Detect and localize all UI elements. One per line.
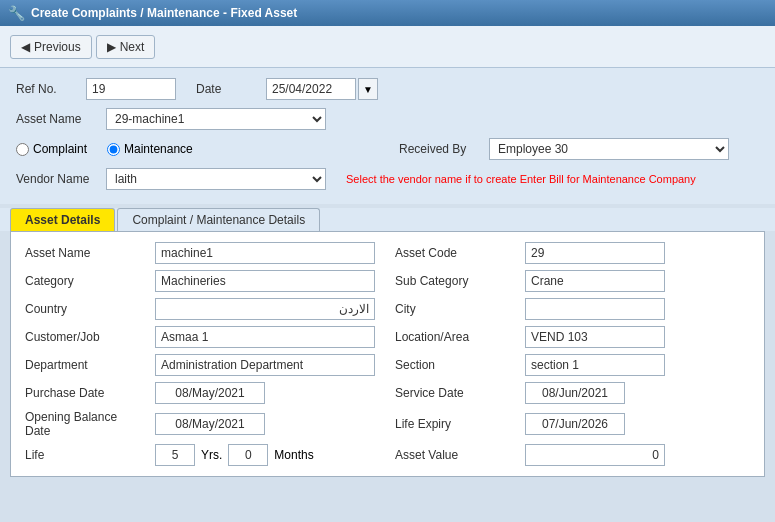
form-area: Ref No. Date ▼ Asset Name 29-machine1 Co…: [0, 68, 775, 204]
customer-job-label: Customer/Job: [25, 330, 145, 344]
asset-value-label: Asset Value: [395, 448, 515, 462]
asset-code-field[interactable]: [525, 242, 665, 264]
complaint-radio-label[interactable]: Complaint: [16, 142, 87, 156]
previous-label: Previous: [34, 40, 81, 54]
complaint-radio[interactable]: [16, 143, 29, 156]
next-button[interactable]: ▶ Next: [96, 35, 156, 59]
vendor-row: Vendor Name laith Select the vendor name…: [16, 168, 759, 190]
customer-job-field[interactable]: [155, 326, 375, 348]
life-expiry-label: Life Expiry: [395, 417, 515, 431]
city-label: City: [395, 302, 515, 316]
asset-name-row: Asset Name 29-machine1: [16, 108, 759, 130]
maintenance-radio[interactable]: [107, 143, 120, 156]
asset-code-label: Asset Code: [395, 246, 515, 260]
location-area-field[interactable]: [525, 326, 665, 348]
date-wrapper: ▼: [266, 78, 378, 100]
category-label: Category: [25, 274, 145, 288]
country-label: Country: [25, 302, 145, 316]
maintenance-radio-label[interactable]: Maintenance: [107, 142, 193, 156]
date-input[interactable]: [266, 78, 356, 100]
date-label: Date: [196, 82, 256, 96]
tab-asset-details-label: Asset Details: [25, 213, 100, 227]
life-months-label: Months: [274, 448, 313, 462]
sub-category-field[interactable]: [525, 270, 665, 292]
sub-category-label: Sub Category: [395, 274, 515, 288]
city-field[interactable]: [525, 298, 665, 320]
toolbar: ◀ Previous ▶ Next: [0, 26, 775, 68]
calendar-button[interactable]: ▼: [358, 78, 378, 100]
asset-name-field[interactable]: [155, 242, 375, 264]
life-label: Life: [25, 448, 145, 462]
asset-name-select[interactable]: 29-machine1: [106, 108, 326, 130]
radio-received-row: Complaint Maintenance Received By Employ…: [16, 138, 759, 160]
received-by-select[interactable]: Employee 30: [489, 138, 729, 160]
next-label: Next: [120, 40, 145, 54]
opening-balance-date-field[interactable]: [155, 413, 265, 435]
category-field[interactable]: [155, 270, 375, 292]
asset-name-field-label: Asset Name: [25, 246, 145, 260]
section-label: Section: [395, 358, 515, 372]
department-field[interactable]: [155, 354, 375, 376]
tabs-area: Asset Details Complaint / Maintenance De…: [0, 208, 775, 231]
life-yrs-label: Yrs.: [201, 448, 222, 462]
tab-asset-details[interactable]: Asset Details: [10, 208, 115, 231]
window-title: Create Complaints / Maintenance - Fixed …: [31, 6, 297, 20]
location-area-label: Location/Area: [395, 330, 515, 344]
title-icon: 🔧: [8, 5, 25, 21]
vendor-warning: Select the vendor name if to create Ente…: [346, 173, 696, 185]
department-label: Department: [25, 358, 145, 372]
purchase-date-label: Purchase Date: [25, 386, 145, 400]
tab-complaint-maintenance-label: Complaint / Maintenance Details: [132, 213, 305, 227]
received-by-row: Received By Employee 30: [399, 138, 729, 160]
prev-icon: ◀: [21, 40, 30, 54]
complaint-radio-text: Complaint: [33, 142, 87, 156]
ref-no-label: Ref No.: [16, 82, 76, 96]
ref-date-row: Ref No. Date ▼: [16, 78, 759, 100]
next-icon: ▶: [107, 40, 116, 54]
asset-name-label: Asset Name: [16, 112, 96, 126]
details-grid: Asset Name Asset Code Category Sub Categ…: [25, 242, 750, 466]
tab-complaint-maintenance[interactable]: Complaint / Maintenance Details: [117, 208, 320, 231]
life-months-input[interactable]: [228, 444, 268, 466]
service-date-label: Service Date: [395, 386, 515, 400]
country-field[interactable]: [155, 298, 375, 320]
life-years-input[interactable]: [155, 444, 195, 466]
received-by-label: Received By: [399, 142, 479, 156]
purchase-date-field[interactable]: [155, 382, 265, 404]
maintenance-radio-text: Maintenance: [124, 142, 193, 156]
radio-group: Complaint Maintenance: [16, 142, 193, 156]
asset-value-field[interactable]: [525, 444, 665, 466]
opening-balance-date-label: Opening Balance Date: [25, 410, 145, 438]
vendor-select[interactable]: laith: [106, 168, 326, 190]
previous-button[interactable]: ◀ Previous: [10, 35, 92, 59]
service-date-field[interactable]: [525, 382, 625, 404]
section-field[interactable]: [525, 354, 665, 376]
life-row: Yrs. Months: [155, 444, 385, 466]
vendor-name-label: Vendor Name: [16, 172, 96, 186]
life-expiry-field[interactable]: [525, 413, 625, 435]
ref-no-input[interactable]: [86, 78, 176, 100]
details-panel: Asset Name Asset Code Category Sub Categ…: [10, 231, 765, 477]
title-bar: 🔧 Create Complaints / Maintenance - Fixe…: [0, 0, 775, 26]
